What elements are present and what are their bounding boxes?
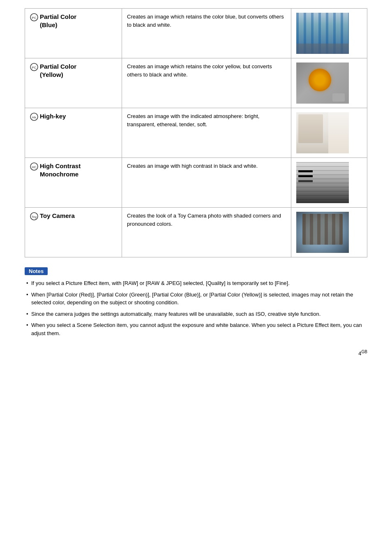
notes-section: Notes If you select a Picture Effect ite… [25, 267, 367, 337]
svg-text:HC: HC [32, 165, 37, 169]
effect-name-text: Partial Color(Yellow) [40, 63, 76, 79]
effect-image-cell [291, 58, 367, 108]
svg-text:PC: PC [32, 16, 36, 20]
svg-text:Toy: Toy [32, 215, 37, 219]
page-number: 4GB [25, 350, 367, 357]
notes-item: When [Partial Color (Red)], [Partial Col… [25, 291, 367, 307]
notes-item: If you select a Picture Effect item, wit… [25, 279, 367, 287]
effect-name-cell: HCHigh ContrastMonochrome [25, 158, 122, 208]
effect-name-text: Toy Camera [40, 212, 75, 220]
table-row: PCPartial Color(Yellow)Creates an image … [25, 58, 367, 108]
effect-image-cell [291, 208, 367, 257]
effect-image-cell [291, 9, 367, 58]
notes-list: If you select a Picture Effect item, wit… [25, 279, 367, 337]
effect-icon: PC [30, 63, 38, 72]
effect-image [296, 63, 349, 104]
effect-name-cell: PCPartial Color(Blue) [25, 9, 122, 58]
effect-name-text: High-key [40, 112, 66, 120]
notes-item: When you select a Scene Selection item, … [25, 321, 367, 337]
effect-image [296, 112, 349, 153]
effect-image [296, 212, 349, 253]
effect-description: Creates an image which retains the color… [122, 58, 291, 108]
effect-icon: HC [30, 162, 38, 172]
effect-description: Creates an image with the indicated atmo… [122, 108, 291, 158]
effect-name-text: High ContrastMonochrome [40, 162, 81, 178]
effect-description: Creates an image with high contrast in b… [122, 158, 291, 208]
effect-name-cell: HkHigh-key [25, 108, 122, 158]
effect-description: Creates the look of a Toy Camera photo w… [122, 208, 291, 257]
effect-image [296, 162, 349, 203]
effect-icon: Toy [30, 212, 38, 222]
effect-icon: Hk [30, 113, 38, 122]
table-row: HkHigh-keyCreates an image with the indi… [25, 108, 367, 158]
notes-item: Since the camera judges the settings aut… [25, 310, 367, 318]
effect-description: Creates an image which retains the color… [122, 9, 291, 58]
effect-image-cell [291, 158, 367, 208]
effect-name-cell: ToyToy Camera [25, 208, 122, 257]
svg-text:PC: PC [32, 66, 36, 69]
effect-name-text: Partial Color(Blue) [40, 13, 76, 29]
svg-text:Hk: Hk [32, 116, 37, 119]
table-row: PCPartial Color(Blue)Creates an image wh… [25, 9, 367, 58]
table-row: ToyToy CameraCreates the look of a Toy C… [25, 208, 367, 257]
effect-icon: PC [30, 13, 38, 23]
effects-table: PCPartial Color(Blue)Creates an image wh… [25, 8, 367, 257]
effect-image [296, 13, 349, 54]
effect-image-cell [291, 108, 367, 158]
effect-name-cell: PCPartial Color(Yellow) [25, 58, 122, 108]
notes-header: Notes [25, 267, 48, 275]
table-row: HCHigh ContrastMonochromeCreates an imag… [25, 158, 367, 208]
